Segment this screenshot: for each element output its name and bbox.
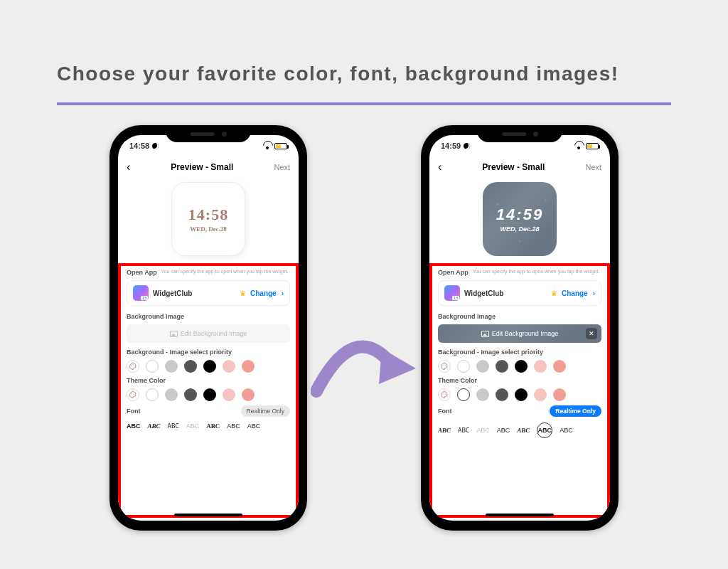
font-option[interactable]: ABC (127, 422, 141, 430)
phones-row: 14:58 ‹ Preview - Small Next 14:58 WED, … (0, 125, 728, 531)
color-swatch[interactable] (457, 360, 470, 373)
battery-icon (586, 143, 599, 149)
color-swatch[interactable] (534, 388, 547, 401)
open-app-desc: You can specify the app to open when you… (161, 269, 290, 275)
app-name: WidgetClub (464, 289, 547, 297)
change-app-link[interactable]: Change (250, 289, 277, 297)
editor-panel: Open App You can specify the app to open… (429, 263, 610, 518)
open-app-label: Open App (127, 269, 157, 276)
color-swatch[interactable] (553, 360, 566, 373)
phone-notch (477, 125, 562, 142)
crown-icon: ♛ (240, 289, 246, 297)
font-option-selected[interactable]: ABC (537, 422, 552, 438)
font-option[interactable]: ABC (227, 422, 240, 430)
theme-color-row (127, 388, 290, 401)
color-swatch[interactable] (242, 360, 255, 373)
color-swatch[interactable] (223, 388, 235, 401)
font-label: Font (127, 408, 141, 415)
color-swatch[interactable] (184, 388, 197, 401)
font-option[interactable]: ABC (206, 422, 220, 430)
widget-preview[interactable]: 14:58 WED, Dec.28 (171, 182, 245, 256)
status-time: 14:59 (441, 142, 461, 150)
color-swatch[interactable] (496, 388, 508, 401)
widget-preview-area: 14:59 WED, Dec.28 (429, 178, 610, 263)
font-option[interactable]: ABC (476, 427, 490, 434)
svg-point-4 (132, 393, 133, 393)
open-app-card[interactable]: WidgetClub ♛ Change › (127, 280, 290, 306)
bg-priority-label: Background - Image select priority (438, 349, 601, 356)
bg-image-label: Background Image (438, 313, 601, 320)
font-option[interactable]: ABC (186, 422, 200, 430)
open-app-label: Open App (438, 269, 469, 276)
color-swatch[interactable] (146, 388, 159, 401)
home-indicator (174, 514, 242, 516)
color-swatch[interactable] (553, 388, 566, 401)
edit-background-button[interactable]: Edit Background Image (127, 324, 290, 343)
palette-icon[interactable] (127, 388, 139, 401)
home-indicator (486, 514, 554, 516)
svg-point-0 (131, 365, 132, 366)
font-option[interactable]: ABC (458, 427, 469, 434)
next-button[interactable]: Next (585, 163, 601, 171)
svg-point-8 (445, 365, 446, 366)
nav-bar: ‹ Preview - Small Next (429, 156, 610, 178)
color-swatch[interactable] (534, 360, 547, 373)
battery-icon (274, 143, 287, 149)
editor-panel: Open App You can specify the app to open… (118, 263, 299, 518)
color-swatch[interactable] (203, 388, 216, 401)
wifi-icon (574, 143, 583, 149)
phone-right: 14:59 ‹ Preview - Small Next 14:59 WED, … (421, 125, 619, 531)
font-option[interactable]: ABC (517, 427, 530, 434)
svg-point-1 (132, 364, 133, 365)
svg-point-2 (134, 365, 134, 366)
color-swatch[interactable] (242, 388, 255, 401)
bg-color-row (127, 360, 290, 373)
color-swatch-selected[interactable] (457, 388, 470, 401)
color-swatch[interactable] (476, 388, 489, 401)
edit-background-button[interactable]: Edit Background Image ✕ (438, 324, 601, 343)
edit-bg-label: Edit Background Image (181, 330, 247, 337)
color-swatch[interactable] (203, 360, 216, 373)
color-swatch[interactable] (165, 360, 178, 373)
realtime-pill[interactable]: Realtime Only (550, 405, 601, 417)
font-option[interactable]: ABC (560, 427, 573, 434)
next-button[interactable]: Next (274, 163, 290, 171)
back-button[interactable]: ‹ (127, 161, 130, 173)
app-icon (133, 285, 149, 301)
font-option[interactable]: ABC (497, 427, 510, 434)
change-app-link[interactable]: Change (562, 289, 588, 297)
color-swatch[interactable] (146, 360, 159, 373)
edit-bg-label: Edit Background Image (492, 330, 559, 337)
svg-point-5 (134, 393, 134, 394)
color-swatch[interactable] (515, 388, 528, 401)
widget-preview[interactable]: 14:59 WED, Dec.28 (483, 182, 557, 256)
palette-icon[interactable] (438, 388, 451, 401)
phone-screen: 14:59 ‹ Preview - Small Next 14:59 WED, … (429, 135, 610, 521)
phone-screen: 14:58 ‹ Preview - Small Next 14:58 WED, … (118, 135, 299, 521)
font-option[interactable]: ABC (168, 422, 179, 430)
font-option[interactable]: ABC (148, 422, 161, 430)
color-swatch[interactable] (165, 388, 178, 401)
font-option[interactable]: ABC (247, 422, 261, 430)
nav-title: Preview - Small (482, 162, 545, 172)
color-swatch[interactable] (476, 360, 489, 373)
color-swatch[interactable] (223, 360, 235, 373)
bg-priority-label: Background - Image select priority (127, 349, 290, 356)
color-swatch[interactable] (496, 360, 508, 373)
font-option[interactable]: ABC (438, 427, 451, 434)
page-headline: Choose your favorite color, font, backgr… (57, 63, 671, 85)
color-swatch[interactable] (184, 360, 197, 373)
nav-bar: ‹ Preview - Small Next (118, 156, 299, 178)
color-swatch[interactable] (515, 360, 528, 373)
open-app-desc: You can specify the app to open when you… (473, 269, 601, 275)
realtime-pill[interactable]: Realtime Only (241, 405, 290, 417)
open-app-card[interactable]: WidgetClub ♛ Change › (438, 280, 601, 306)
palette-icon[interactable] (438, 360, 451, 373)
bg-color-row (438, 360, 601, 373)
back-button[interactable]: ‹ (438, 161, 441, 173)
palette-icon[interactable] (127, 360, 139, 373)
clear-bg-button[interactable]: ✕ (586, 328, 597, 339)
font-label: Font (438, 408, 452, 415)
image-icon (170, 331, 178, 337)
bg-image-label: Background Image (127, 313, 290, 320)
